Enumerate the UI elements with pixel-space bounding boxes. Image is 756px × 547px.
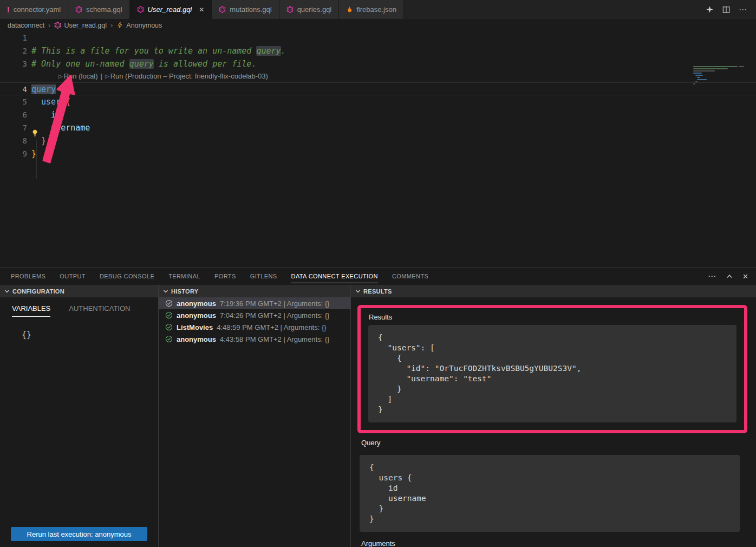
configuration-header[interactable]: CONFIGURATION [0,285,158,297]
code-line[interactable]: 7 username [0,121,756,134]
panel-tab[interactable]: GITLENS [250,273,277,279]
breadcrumb-separator: › [48,21,50,29]
panel-more-actions-icon[interactable]: ⋯ [708,271,716,281]
minimap[interactable] [693,64,754,90]
breadcrumb-item-symbol[interactable]: Anonymous [116,22,162,29]
codelens-run-local-label: Run (local) [64,70,98,82]
line-number: 5 [0,95,27,108]
play-icon: ▷ [58,70,63,82]
maximize-panel-icon[interactable] [726,274,733,279]
code-token: query [256,46,281,56]
configuration-section: CONFIGURATION VARIABLES AUTHENTICATION {… [0,285,159,547]
code-line[interactable]: 9} [0,147,756,160]
code-line[interactable]: 8 } [0,134,756,147]
history-row[interactable]: anonymous 7:04:26 PM GMT+2 | Arguments: … [159,309,350,321]
breadcrumb-label: User_read.gql [64,22,107,29]
code-token: username [31,123,90,133]
panel-tab[interactable]: DATA CONNECT EXECUTION [291,273,378,279]
flame-icon [346,6,353,14]
config-subtab[interactable]: VARIABLES [12,304,50,317]
editor-tab-bar: ! connector.yaml schema.gql [0,0,756,19]
code-line[interactable]: 6 id [0,108,756,121]
play-icon: ▷ [105,70,109,82]
breadcrumb-separator: › [110,21,113,29]
history-meta: 4:48:59 PM GMT+2 | Arguments: {} [217,323,326,331]
history-section: HISTORY anonymous 7:19:36 PM GMT+2 | Arg… [159,285,351,547]
breadcrumb-item-file[interactable]: User_read.gql [54,22,107,29]
codelens-run-production-label: Run (Production – Project: friendly-flix… [110,70,268,82]
arguments-section: Arguments {} [360,539,740,547]
panel-tab[interactable]: PROBLEMS [11,273,45,279]
editor-tab[interactable]: ! connector.yaml [0,0,68,19]
codelens-run-local[interactable]: ▷Run (local) [58,70,98,82]
code-token: } [31,136,46,146]
editor-tab[interactable]: schema.gql [68,0,129,19]
query-label: Query [361,439,740,447]
graphql-icon [54,22,61,29]
history-meta: 7:04:26 PM GMT+2 | Arguments: {} [220,311,329,320]
vscode-window: ! connector.yaml schema.gql [0,0,756,547]
close-panel-icon[interactable]: ✕ [742,272,748,281]
breadcrumb-item-dataconnect[interactable]: dataconnect [8,22,44,29]
line-number: 4 [0,83,27,95]
code-line[interactable]: 3# Only one un-named query is allowed pe… [0,57,756,70]
codelens-line[interactable]: ▷Run (local)|▷Run (Production – Project:… [0,70,756,82]
code-line[interactable]: 1 [0,31,756,44]
query-code: { users { id username } } [360,455,740,532]
panel-tab[interactable]: OUTPUT [60,273,86,279]
close-icon[interactable]: ✕ [199,6,204,14]
history-row[interactable]: ListMovies 4:48:59 PM GMT+2 | Arguments:… [159,321,350,333]
history-row[interactable]: anonymous 4:43:58 PM GMT+2 | Arguments: … [159,333,350,345]
code-line[interactable]: 2# This is a file for you to write an un… [0,44,756,57]
results-header[interactable]: RESULTS [351,285,756,297]
variables-value[interactable]: {} [22,330,158,340]
history-header[interactable]: HISTORY [159,285,350,297]
lightbulb-icon[interactable] [31,129,39,137]
config-subtab[interactable]: AUTHENTICATION [69,304,130,317]
panel-tab[interactable]: TERMINAL [168,273,200,279]
graphql-icon [137,6,144,13]
editor-tab-label: connector.yaml [14,5,61,14]
panel-tab[interactable]: PORTS [214,273,236,279]
results-body: Results { "users": [ { "id": "OrTucFODZH… [351,297,756,547]
more-actions-icon[interactable]: ⋯ [739,5,747,15]
sparkle-icon[interactable] [706,5,714,14]
check-circle-icon [165,311,173,319]
breadcrumb: dataconnect › User_read.gql › Anonymous [0,19,756,31]
configuration-title: CONFIGURATION [12,288,64,295]
editor-tab[interactable]: User_read.gql ✕ [130,0,212,19]
chevron-down-icon [4,289,10,294]
results-highlight-box: Results { "users": [ { "id": "OrTucFODZH… [357,305,747,433]
check-circle-icon [165,335,173,343]
code-line[interactable]: 5 users{ [0,95,756,108]
code-token: users [41,97,66,107]
code-token [31,97,41,107]
code-token: # Only one un-named [31,59,129,69]
code-line[interactable]: 4query { [0,82,756,95]
results-section: RESULTS Results { "users": [ { "id": "Or… [351,285,756,547]
panel-tab[interactable]: DEBUG CONSOLE [100,273,154,279]
history-list: anonymous 7:19:36 PM GMT+2 | Arguments: … [159,297,350,345]
chevron-down-icon [163,289,168,294]
code-editor[interactable]: 12# This is a file for you to write an u… [0,31,756,267]
line-number: 7 [0,121,27,134]
codelens-run-production[interactable]: ▷Run (Production – Project: friendly-fli… [105,70,268,82]
panel-tab[interactable]: COMMENTS [392,273,428,279]
chevron-down-icon [355,289,361,294]
graphql-icon [286,6,294,13]
editor-tab[interactable]: queries.gql [279,0,340,19]
line-number: 9 [0,147,27,160]
history-row[interactable]: anonymous 7:19:36 PM GMT+2 | Arguments: … [159,297,350,309]
line-number [0,70,27,82]
rerun-button[interactable]: Rerun last execution: anonymous [11,527,147,541]
editor-tab-label: schema.gql [86,5,122,14]
code-token: { [61,84,66,94]
code-token: { [66,97,70,107]
editor-tab[interactable]: firebase.json [339,0,404,19]
editor-tab[interactable]: mutations.gql [212,0,279,19]
code-token: # This is a file for you to write an un-… [31,46,256,56]
split-editor-icon[interactable] [722,6,730,14]
graphql-icon [219,6,226,13]
editor-tab-label: mutations.gql [230,5,271,14]
results-title: RESULTS [363,288,392,295]
